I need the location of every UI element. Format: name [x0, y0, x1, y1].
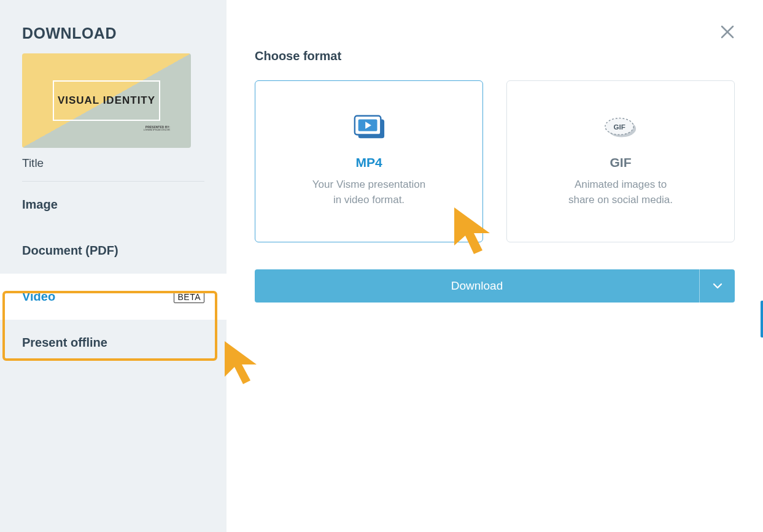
- format-label: GIF: [610, 155, 632, 170]
- close-icon: [720, 25, 735, 39]
- main-panel: Choose format MP4 Your Visme presentatio…: [227, 0, 763, 532]
- thumbnail-title: VISUAL IDENTITY: [53, 80, 160, 121]
- download-button[interactable]: Download: [255, 269, 699, 303]
- sidebar-item-image[interactable]: Image: [0, 182, 227, 228]
- format-label: MP4: [355, 155, 382, 170]
- sidebar-item-label: Document (PDF): [22, 244, 118, 258]
- chevron-down-icon: [713, 283, 722, 289]
- format-description: Animated images to share on social media…: [568, 177, 673, 207]
- download-button-group: Download: [255, 269, 735, 303]
- sidebar-item-document[interactable]: Document (PDF): [0, 228, 227, 274]
- gif-icon: GIF: [604, 115, 637, 141]
- sidebar-item-video[interactable]: Video BETA: [0, 274, 227, 320]
- sidebar-item-label: Present offline: [22, 336, 107, 350]
- beta-badge: BETA: [174, 291, 204, 303]
- video-icon: [352, 115, 385, 141]
- format-card-gif[interactable]: GIF GIF Animated images to share on soci…: [506, 80, 735, 242]
- choose-format-title: Choose format: [255, 49, 735, 63]
- project-thumbnail[interactable]: VISUAL IDENTITY PRESENTED BY: LOREM IPSU…: [22, 53, 191, 148]
- format-options: MP4 Your Visme presentation in video for…: [255, 80, 735, 242]
- sidebar-item-label: Video: [22, 290, 55, 304]
- format-card-mp4[interactable]: MP4 Your Visme presentation in video for…: [255, 80, 483, 242]
- sidebar-heading: DOWNLOAD: [0, 0, 227, 53]
- close-button[interactable]: [720, 25, 735, 42]
- svg-text:GIF: GIF: [613, 123, 625, 131]
- project-title-label: Title: [0, 156, 227, 181]
- sidebar-item-present-offline[interactable]: Present offline: [0, 320, 227, 366]
- sidebar-item-label: Image: [22, 198, 58, 212]
- right-edge-accent: [761, 301, 763, 337]
- download-dropdown-button[interactable]: [699, 269, 735, 303]
- thumbnail-subtitle: PRESENTED BY: LOREM IPSUM DOLOR: [144, 125, 170, 132]
- sidebar: DOWNLOAD VISUAL IDENTITY PRESENTED BY: L…: [0, 0, 227, 532]
- format-description: Your Visme presentation in video format.: [312, 177, 425, 207]
